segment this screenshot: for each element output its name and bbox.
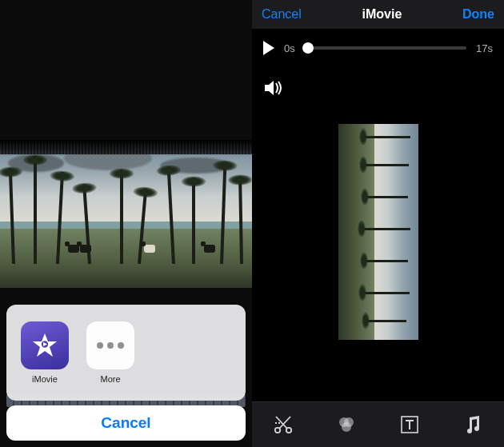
svg-point-11 bbox=[342, 422, 351, 432]
scrubber-thumb[interactable] bbox=[302, 42, 314, 54]
editor-topbar: Cancel iMovie Done bbox=[252, 0, 504, 29]
share-app-more[interactable]: More bbox=[80, 321, 141, 384]
music-tool-icon[interactable] bbox=[449, 409, 497, 441]
imovie-editor-screen: Cancel iMovie Done 0s 17s bbox=[252, 0, 504, 447]
dual-screenshot: iMovie More Cancel Cancel iMovie Done bbox=[0, 0, 504, 447]
duration-label: 17s bbox=[476, 42, 493, 54]
photos-app-screen: iMovie More Cancel bbox=[0, 0, 252, 447]
filters-tool-icon[interactable] bbox=[322, 409, 370, 441]
preview-frame bbox=[338, 124, 418, 340]
scrubber-track[interactable] bbox=[305, 46, 466, 50]
share-sheet: iMovie More Cancel bbox=[0, 287, 252, 447]
svg-marker-3 bbox=[265, 81, 274, 95]
share-app-label: More bbox=[100, 374, 120, 384]
imovie-icon bbox=[21, 321, 69, 369]
done-button[interactable]: Done bbox=[462, 7, 494, 22]
play-icon[interactable] bbox=[263, 41, 274, 55]
more-icon bbox=[86, 321, 134, 369]
volume-icon[interactable] bbox=[265, 80, 284, 99]
share-sheet-cancel-button[interactable]: Cancel bbox=[6, 405, 246, 441]
share-app-imovie[interactable]: iMovie bbox=[14, 321, 75, 384]
video-preview[interactable] bbox=[252, 69, 504, 395]
app-title: iMovie bbox=[362, 7, 402, 22]
playback-bar: 0s 17s bbox=[252, 32, 504, 64]
cut-tool-icon[interactable] bbox=[259, 409, 307, 441]
cancel-button[interactable]: Cancel bbox=[262, 7, 302, 22]
current-time-label: 0s bbox=[284, 42, 295, 54]
share-app-label: iMovie bbox=[32, 374, 58, 384]
video-frame bbox=[0, 140, 252, 288]
editor-toolbar bbox=[252, 401, 504, 447]
share-sheet-apps-row: iMovie More bbox=[6, 305, 246, 401]
text-tool-icon[interactable] bbox=[386, 409, 434, 441]
